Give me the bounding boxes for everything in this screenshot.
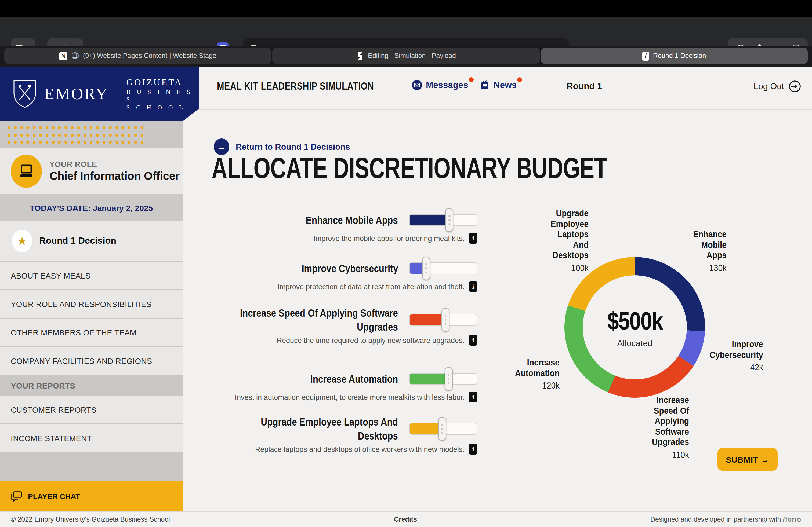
slider-fill: [410, 315, 446, 325]
forio-brand: /forio: [783, 516, 801, 523]
credits-link[interactable]: Credits: [394, 516, 417, 523]
slider-description: Improve protection of data at rest from …: [278, 283, 465, 291]
slider-description: Improve the mobile apps for ordering mea…: [313, 234, 465, 242]
role-name: Chief Information Officer: [49, 169, 180, 182]
browser-tab-2[interactable]: Editing - Simulation - Payload: [273, 48, 540, 64]
donut-label-2: Improve Cybersecurity42k: [692, 339, 763, 373]
submit-button[interactable]: SUBMIT →: [717, 448, 778, 471]
slider-track[interactable]: [409, 314, 477, 326]
allocated-label: Allocated: [617, 338, 653, 348]
slider-thumb[interactable]: [438, 417, 446, 441]
slider-track[interactable]: [409, 423, 477, 435]
slider-thumb[interactable]: [446, 208, 453, 232]
donut-label-1: Enhance Mobile Apps130k: [684, 229, 727, 273]
slider-track[interactable]: [409, 373, 477, 385]
date-banner: TODAY'S DATE: January 2, 2025: [0, 194, 183, 221]
news-button[interactable]: News: [480, 80, 517, 90]
segment-value: 130k: [684, 263, 727, 273]
footer: © 2022 Emory University's Goizueta Busin…: [0, 511, 812, 527]
info-icon[interactable]: i: [469, 281, 477, 292]
donut-label-5: Upgrade Employee Laptops And Desktops100…: [541, 208, 589, 273]
star-icon: ★: [12, 230, 32, 252]
role-card: YOUR ROLE Chief Information Officer: [0, 148, 183, 194]
computer-icon: [11, 154, 42, 187]
slider-row-4: Increase AutomationInvest in automation …: [207, 367, 477, 403]
segment-name: Enhance Mobile Apps: [684, 229, 727, 260]
browser-tab-3[interactable]: /Round 1 Decision: [540, 48, 808, 64]
slider-thumb[interactable]: [445, 367, 453, 391]
sidebar-item-income-statement[interactable]: INCOME STATEMENT: [0, 424, 183, 452]
globe-icon: [71, 52, 79, 60]
info-icon[interactable]: i: [469, 233, 477, 244]
sidebar-nav: ABOUT EASY MEALSYOUR ROLE AND RESPONSIBI…: [0, 261, 183, 375]
screen: ▼ ‹ › forio.com ⟳ +: [0, 0, 812, 527]
slider-label: Increase Automation: [310, 372, 398, 386]
messages-button[interactable]: Messages: [412, 80, 468, 90]
news-label: News: [494, 80, 517, 90]
segment-value: 120k: [503, 380, 560, 391]
round-indicator: Round 1: [567, 81, 602, 91]
logout-button[interactable]: Log Out: [753, 80, 801, 93]
sidebar-item-about-easy-meals[interactable]: ABOUT EASY MEALS: [0, 262, 183, 289]
messages-label: Messages: [426, 80, 468, 90]
segment-name: Increase Automation: [503, 358, 560, 378]
slider-fill: [410, 215, 450, 225]
logout-icon: [788, 80, 801, 93]
sidebar-item-customer-reports[interactable]: CUSTOMER REPORTS: [0, 396, 183, 423]
slider-description: Reduce the time required to apply new so…: [277, 336, 465, 344]
segment-value: 100k: [541, 263, 589, 273]
emory-wordmark: EMORY: [44, 84, 109, 104]
slider-track[interactable]: [409, 214, 477, 226]
goizueta-wordmark: GOIZUETA B U S I N E S S S C H O O L: [126, 77, 199, 111]
sidebar-item-other-members-of-the-team[interactable]: OTHER MEMBERS OF THE TEAM: [0, 319, 183, 346]
app-title: MEAL KIT LEADERSHIP SIMULATION: [217, 80, 374, 92]
slider-description: Invest in automation equipment, to creat…: [235, 393, 465, 401]
slider-row-2: Improve CybersecurityImprove protection …: [207, 257, 477, 292]
segment-name: Increase Speed Of Applying Software Upgr…: [639, 395, 689, 447]
slider-thumb[interactable]: [441, 308, 450, 332]
chat-icon: [11, 491, 23, 502]
sidebar-item-round-1-decision[interactable]: ★ Round 1 Decision: [0, 221, 183, 261]
donut-center: $500k Allocated: [583, 275, 687, 379]
page: MEAL KIT LEADERSHIP SIMULATION Messages …: [0, 67, 812, 511]
browser-toolbar: ▼ ‹ › forio.com ⟳ +: [0, 17, 812, 46]
slider-label: Improve Cybersecurity: [302, 261, 398, 275]
slider-label: Enhance Mobile Apps: [306, 213, 398, 227]
slider-fill: [410, 374, 449, 384]
segment-name: Improve Cybersecurity: [692, 339, 763, 360]
slider-row-5: Upgrade Employee Laptops And DesktopsRep…: [207, 415, 477, 454]
slider-row-1: Enhance Mobile AppsImprove the mobile ap…: [207, 208, 477, 244]
donut-label-3: Increase Speed Of Applying Software Upgr…: [639, 395, 689, 460]
slider-row-3: Increase Speed Of Applying Software Upgr…: [207, 306, 477, 346]
slider-fill: [410, 423, 442, 434]
tab-title: Editing - Simulation - Payload: [368, 52, 456, 60]
emory-shield-icon: [13, 79, 37, 108]
segment-name: Upgrade Employee Laptops And Desktops: [541, 208, 589, 260]
menu-bar: [0, 0, 812, 17]
segment-value: 42k: [692, 362, 763, 373]
player-chat-button[interactable]: PLAYER CHAT: [0, 481, 183, 511]
slider-label: Upgrade Employee Laptops And Desktops: [235, 415, 398, 443]
info-icon[interactable]: i: [469, 335, 477, 346]
allocated-total: $500k: [607, 306, 663, 335]
messages-badge: [469, 77, 474, 82]
logout-label: Log Out: [753, 81, 784, 91]
copyright-text: © 2022 Emory University's Goizueta Busin…: [11, 516, 170, 523]
segment-value: 110k: [639, 450, 689, 460]
news-badge: [517, 77, 522, 82]
sidebar-item-your-role-and-responsibilities[interactable]: YOUR ROLE AND RESPONSIBILITIES: [0, 290, 183, 318]
page-title: ALLOCATE DISCRETIONARY BUDGET: [212, 153, 607, 183]
info-icon[interactable]: i: [469, 444, 477, 454]
tab-title: Round 1 Decision: [653, 52, 706, 60]
sidebar-section-your-reports: YOUR REPORTS: [0, 376, 183, 395]
browser-tab-1[interactable]: N(9+) Website Pages Content | Website St…: [4, 48, 272, 64]
slider-thumb[interactable]: [422, 257, 430, 280]
info-icon[interactable]: i: [469, 392, 477, 403]
dot-pattern: [0, 121, 183, 148]
slider-description: Replace laptops and desktops of office w…: [255, 445, 465, 453]
sidebar-reports: CUSTOMER REPORTSINCOME STATEMENT: [0, 395, 183, 452]
role-heading: YOUR ROLE: [49, 160, 180, 168]
emory-logo: EMORY GOIZUETA B U S I N E S S S C H O O…: [0, 67, 199, 121]
slider-track[interactable]: [409, 262, 477, 274]
sidebar-item-company-facilities-and-regions[interactable]: COMPANY FACILITIES AND REGIONS: [0, 347, 183, 375]
